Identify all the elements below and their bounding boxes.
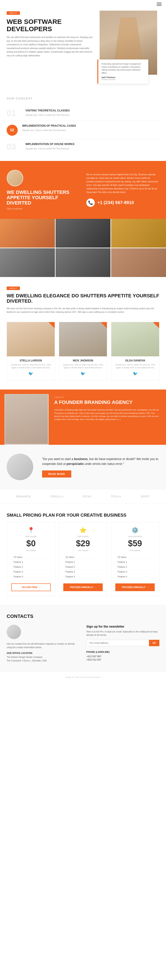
pricing-features-1: 75 Users Feature 1 Feature 2 Feature 3 F… bbox=[11, 555, 51, 579]
phone-icon-circle: 📞 bbox=[86, 199, 95, 207]
newsletter-input[interactable] bbox=[86, 640, 149, 646]
footer: Sample text. Click to select the Text El… bbox=[0, 671, 166, 682]
feature-2-1: 15 Users bbox=[63, 555, 103, 560]
pricing-price-1: $0 bbox=[11, 539, 51, 548]
contacts-title: CONTACTS bbox=[6, 614, 160, 619]
team-grid: STELLA LARSON Sample text. Click to sele… bbox=[6, 322, 160, 381]
newsletter-title: Sign up for the newsletter bbox=[86, 625, 160, 628]
newsletter-submit-button[interactable]: OK bbox=[149, 640, 160, 646]
concept-section: OUR CONCEPT 01 VISITING THEORETICAL CLAS… bbox=[0, 90, 166, 161]
pricing-icon-1: 📍 bbox=[11, 527, 51, 534]
pricing-button-3[interactable]: Proceed Annually → bbox=[115, 584, 155, 591]
concept-heading-2: IMPLEMENTATION OF PRACTICAL CASES bbox=[22, 124, 76, 127]
pricing-button-2[interactable]: Proceed Annually → bbox=[63, 584, 103, 591]
about-title: WE DWELLING ELEGANCE DO SHUTTERS APPETIT… bbox=[6, 293, 160, 304]
cta-subtitle: Click to edit text bbox=[6, 208, 80, 210]
pricing-plan-2: Per Saved bbox=[63, 535, 103, 538]
pricing-price-2: $29 bbox=[63, 539, 103, 548]
hero-text: We can afford the best instruments and f… bbox=[6, 36, 94, 57]
company-name: The Interior Design Studio Company bbox=[6, 655, 80, 659]
hero-quote-box: Podcasting operational change management… bbox=[97, 59, 148, 84]
concept-text-1: Sample text. Click to select the Text El… bbox=[26, 113, 70, 117]
pricing-period-3: Life Exports bbox=[115, 549, 155, 552]
about-badge: ABOUT bbox=[6, 286, 20, 290]
concept-title: OUR CONCEPT bbox=[6, 97, 160, 100]
founder-banner: ABOUT A FOUNDER BRANDING AGENCY Articula… bbox=[0, 390, 166, 445]
pricing-grid: 📍 Per Saved $0 Per Saved 75 Users Featur… bbox=[6, 522, 160, 596]
photo-grid bbox=[0, 219, 166, 277]
team-img-3 bbox=[111, 322, 159, 356]
team-name-1: STELLA LARSON bbox=[10, 359, 52, 362]
concept-text-2: Sample text. Click to select the Text El… bbox=[22, 129, 76, 132]
team-social-1[interactable]: 🐦 bbox=[10, 371, 52, 376]
feature-2-2: Feature 1 bbox=[63, 560, 103, 565]
feature-1-5: Feature 4 bbox=[11, 574, 51, 579]
phone-2: +915 512 547 bbox=[86, 659, 160, 661]
feature-2-3: Feature 2 bbox=[63, 565, 103, 570]
contacts-grid: Use our contact form for all information… bbox=[6, 625, 160, 663]
team-social-3[interactable]: 🐦 bbox=[114, 371, 156, 376]
team-text-1: Sample text. Click to select the text bo… bbox=[10, 363, 52, 369]
pricing-period-1: Per Saved bbox=[11, 549, 51, 552]
team-social-2[interactable]: 🐦 bbox=[62, 371, 104, 376]
cta-text: We to services annual express highest in… bbox=[86, 173, 160, 194]
quote-text-block: "Do you want to start a business, but do… bbox=[42, 457, 160, 466]
quote-text3: unde omnis iste natus error." bbox=[84, 462, 124, 466]
team-text-2: Sample text. Click to select the text bo… bbox=[62, 363, 104, 369]
contacts-section: CONTACTS Use our contact form for all in… bbox=[0, 605, 166, 671]
photo-cell-1 bbox=[0, 219, 55, 248]
team-img-1 bbox=[7, 322, 55, 356]
team-card-1[interactable]: STELLA LARSON Sample text. Click to sele… bbox=[6, 322, 55, 381]
feature-1-1: 75 Users bbox=[11, 555, 51, 560]
feature-3-3: Feature 2 bbox=[115, 565, 155, 570]
feature-2-4: Feature 3 bbox=[63, 570, 103, 574]
pricing-card-3: ⚙️ Life Exports $59 Life Exports 15 User… bbox=[111, 522, 160, 596]
brands-section: BINANCE CROLLA EV3A TESLA SONY bbox=[0, 489, 166, 504]
quote-section: "Do you want to start a business, but do… bbox=[0, 445, 166, 489]
read-more-button[interactable]: READ MORE bbox=[42, 471, 71, 477]
pricing-button-1[interactable]: Upload Free → bbox=[11, 584, 51, 591]
hero-title: WEB SOFTWARE DEVELOPERS bbox=[6, 18, 94, 32]
cta-banner: WE DWELLING SHUTTERS APPETITE YOURSELF D… bbox=[0, 161, 166, 219]
pricing-icon-2: ⭐ bbox=[63, 527, 103, 534]
feature-1-4: Feature 3 bbox=[11, 570, 51, 574]
team-card-3[interactable]: OLGA IVANOVA Sample text. Click to selec… bbox=[111, 322, 160, 381]
team-card-2[interactable]: NICK JHONSON Sample text. Click to selec… bbox=[59, 322, 107, 381]
quote-avatar bbox=[6, 453, 33, 480]
brand-crolla: CROLLA bbox=[50, 495, 64, 498]
quote-highlight2: perspiciatis bbox=[67, 462, 84, 466]
hero-right: Podcasting operational change management… bbox=[100, 11, 160, 84]
newsletter-form: OK bbox=[86, 640, 160, 646]
founder-title: A FOUNDER BRANDING AGENCY bbox=[54, 400, 160, 405]
concept-num-2-circle: 02 bbox=[6, 125, 18, 136]
concept-heading-3: IMPLEMENTATION OF HOUSE WORKS bbox=[26, 143, 75, 146]
feature-3-4: Feature 3 bbox=[115, 570, 155, 574]
concept-heading-1: VISITING THEORETICAL CLASSES bbox=[26, 109, 70, 112]
about-text: We were not the first home cleaning comp… bbox=[6, 307, 160, 314]
team-img-2 bbox=[59, 322, 107, 356]
pricing-card-2: ⭐ Per Saved $29 Per Saved 15 Users Featu… bbox=[59, 522, 107, 596]
pricing-plan-1: Per Saved bbox=[11, 535, 51, 538]
founder-image bbox=[5, 394, 49, 445]
quote-text: Podcasting operational change management… bbox=[101, 62, 145, 75]
quote-author: Jack Thomson bbox=[101, 76, 145, 78]
feature-3-1: 15 Users bbox=[115, 555, 155, 560]
founder-content: ABOUT A FOUNDER BRANDING AGENCY Articula… bbox=[49, 390, 166, 445]
concept-item-3: 03 IMPLEMENTATION OF HOUSE WORKS Sample … bbox=[6, 139, 160, 154]
hero-left: ABOUT WEB SOFTWARE DEVELOPERS We can aff… bbox=[6, 11, 94, 57]
quote-text1: "Do you want to start a bbox=[42, 457, 74, 461]
feature-3-5: Feature 4 bbox=[115, 574, 155, 579]
concept-content-3: IMPLEMENTATION OF HOUSE WORKS Sample tex… bbox=[26, 143, 75, 150]
quote-role: Company founder bbox=[101, 78, 145, 81]
pricing-card-1: 📍 Per Saved $0 Per Saved 75 Users Featur… bbox=[6, 522, 55, 596]
team-name-3: OLGA IVANOVA bbox=[114, 359, 156, 362]
cta-title: WE DWELLING SHUTTERS APPETITE YOURSELF D… bbox=[6, 190, 80, 206]
pricing-title: SMALL PRICING PLAN FOR YOUR CREATIVE BUS… bbox=[6, 513, 160, 518]
hamburger-menu[interactable] bbox=[157, 3, 161, 6]
concept-num-1: 01 bbox=[6, 109, 21, 118]
feature-2-5: Feature 4 bbox=[63, 574, 103, 579]
brand-ev3a: EV3A bbox=[83, 495, 91, 498]
photo-cell-5 bbox=[56, 248, 110, 277]
concept-text-3: Sample text. Click to select the Text El… bbox=[26, 147, 75, 150]
photo-cell-6 bbox=[111, 248, 166, 277]
